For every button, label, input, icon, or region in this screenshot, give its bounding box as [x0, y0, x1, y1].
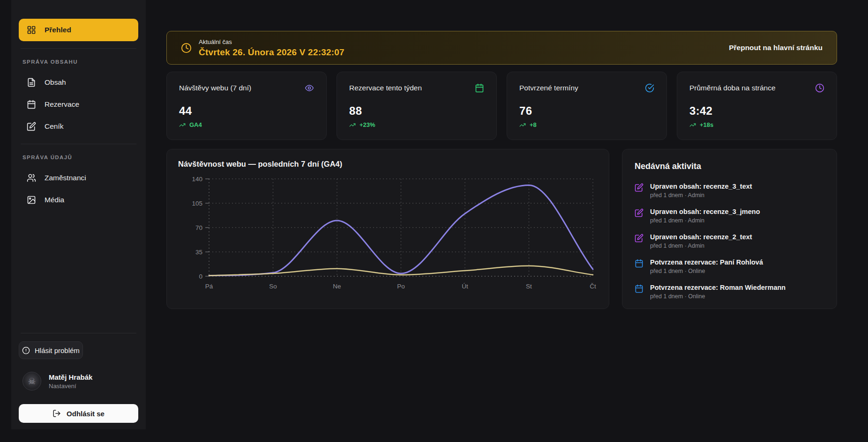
stat-label: Rezervace tento týden: [349, 84, 422, 92]
sidebar-nav: PřehledSPRÁVA OBSAHUObsahRezervaceCeníkS…: [19, 19, 138, 212]
svg-text:0: 0: [199, 273, 202, 280]
stat-trend-label: +23%: [359, 121, 375, 128]
stat-cards-row: Návštěvy webu (7 dní)44GA4Rezervace tent…: [166, 72, 837, 140]
logout-icon: [52, 409, 61, 418]
sidebar-item-label: Přehled: [45, 26, 71, 34]
svg-text:Čt: Čt: [590, 283, 596, 290]
chart-title: Návštěvnost webu — posledních 7 dní (GA4…: [178, 160, 598, 169]
edit-icon: [635, 234, 644, 243]
image-icon: [27, 195, 36, 205]
svg-text:70: 70: [195, 224, 202, 231]
avatar[interactable]: ☠: [22, 372, 41, 390]
trending-up-icon: [179, 122, 186, 128]
trending-up-icon: [519, 122, 526, 128]
edit-icon: [635, 183, 644, 192]
alert-circle-icon: [22, 346, 30, 354]
user-row: ☠ Matěj Hrabák Nastavení: [19, 372, 138, 390]
sidebar-item-label: Ceník: [45, 122, 64, 131]
visits-line-chart: 03570105140PáSoNePoÚtStČt: [178, 177, 599, 296]
current-time-banner: Aktuální čas Čtvrtek 26. Února 2026 V 22…: [166, 31, 837, 65]
sidebar-item-rezervace[interactable]: Rezervace: [19, 94, 138, 115]
svg-text:140: 140: [192, 177, 202, 183]
sidebar-item-cenik[interactable]: Ceník: [19, 116, 138, 137]
divider: [21, 48, 136, 49]
sidebar-bottom: Hlásit problém ☠ Matěj Hrabák Nastavení …: [19, 326, 138, 423]
sidebar-item-label: Média: [45, 196, 64, 204]
dashboard-icon: [27, 25, 36, 35]
activity-item-title: Upraven obsah: recenze_3_jmeno: [650, 208, 760, 215]
activity-item: Upraven obsah: recenze_3_textpřed 1 dnem…: [635, 183, 824, 199]
calendar-icon: [27, 100, 36, 109]
trending-up-icon: [689, 122, 696, 128]
user-settings-link[interactable]: Nastavení: [49, 383, 92, 390]
activity-item-title: Upraven obsah: recenze_2_text: [650, 233, 752, 241]
activity-item-meta: před 1 dnem · Admin: [650, 192, 752, 199]
stat-card-2: Potvrzené termíny76+8: [507, 72, 667, 140]
svg-text:35: 35: [195, 249, 202, 256]
stat-trend-label: +18s: [700, 121, 713, 128]
svg-text:St: St: [526, 283, 532, 290]
sidebar-item-obsah[interactable]: Obsah: [19, 72, 138, 93]
stat-card-0: Návštěvy webu (7 dní)44GA4: [166, 72, 327, 140]
stat-label: Potvrzené termíny: [519, 84, 578, 92]
switch-to-main-site-link[interactable]: Přepnout na hlavní stránku: [729, 44, 823, 52]
sidebar-item-label: Zaměstnanci: [45, 174, 86, 182]
activity-list: Upraven obsah: recenze_3_textpřed 1 dnem…: [635, 183, 824, 300]
sidebar-item-prehled[interactable]: Přehled: [19, 19, 138, 41]
stat-trend-label: GA4: [189, 121, 202, 128]
activity-item-title: Potvrzena rezervace: Roman Wiedermann: [650, 284, 786, 291]
stat-label: Návštěvy webu (7 dní): [179, 84, 251, 92]
chart-area: 03570105140PáSoNePoÚtStČt: [178, 177, 598, 298]
logout-button[interactable]: Odhlásit se: [19, 404, 138, 423]
svg-text:Pá: Pá: [205, 283, 213, 290]
banner-label: Aktuální čas: [199, 38, 344, 45]
activity-item: Upraven obsah: recenze_2_textpřed 1 dnem…: [635, 233, 824, 249]
sidebar-item-zamestnanci[interactable]: Zaměstnanci: [19, 168, 138, 188]
sidebar-section-title: SPRÁVA OBSAHU: [22, 59, 135, 65]
activity-item: Potvrzena rezervace: Paní Rohlovápřed 1 …: [635, 258, 824, 274]
stat-card-1: Rezervace tento týden88+23%: [337, 72, 497, 140]
sidebar: PřehledSPRÁVA OBSAHUObsahRezervaceCeníkS…: [11, 0, 146, 429]
user-name: Matěj Hrabák: [49, 373, 92, 381]
edit-icon: [635, 208, 644, 217]
activity-item-title: Potvrzena rezervace: Paní Rohlová: [650, 258, 763, 266]
svg-text:Po: Po: [397, 283, 405, 290]
sidebar-item-label: Obsah: [45, 78, 66, 87]
stat-card-3: Průměrná doba na stránce3:42+18s: [677, 72, 837, 140]
stat-trend-label: +8: [530, 121, 537, 128]
recent-activity-card: Nedávná aktivita Upraven obsah: recenze_…: [622, 149, 837, 309]
sidebar-item-media[interactable]: Média: [19, 190, 138, 210]
stat-trend: GA4: [179, 121, 314, 128]
bottom-row: Návštěvnost webu — posledních 7 dní (GA4…: [166, 149, 837, 309]
svg-text:So: So: [269, 283, 277, 290]
stat-value: 3:42: [689, 104, 824, 118]
clock-icon: [181, 43, 192, 53]
svg-text:Ne: Ne: [333, 283, 341, 290]
admin-dashboard: { "theme": { "accent": "#f0b41b", "green…: [0, 0, 868, 442]
calendar-icon: [635, 284, 644, 293]
stat-label: Průměrná doba na stránce: [689, 84, 776, 92]
stat-value: 76: [519, 104, 654, 118]
activity-item-meta: před 1 dnem · Online: [650, 268, 763, 274]
sidebar-section-title: SPRÁVA ÚDAJŮ: [22, 155, 135, 160]
report-problem-button[interactable]: Hlásit problém: [19, 341, 83, 359]
visits-chart-card: Návštěvnost webu — posledních 7 dní (GA4…: [166, 149, 609, 309]
recent-activity-title: Nedávná aktivita: [635, 162, 824, 171]
report-problem-label: Hlásit problém: [35, 346, 80, 354]
file-icon: [27, 78, 36, 87]
calendar-icon: [475, 83, 484, 93]
trending-up-icon: [349, 122, 356, 128]
check-circle-icon: [645, 83, 654, 93]
logout-label: Odhlásit se: [67, 410, 105, 418]
activity-item: Potvrzena rezervace: Roman Wiedermannpře…: [635, 284, 824, 300]
activity-item: Upraven obsah: recenze_3_jmenopřed 1 dne…: [635, 208, 824, 224]
skull-icon: ☠: [28, 377, 36, 386]
edit-icon: [27, 122, 36, 131]
divider: [21, 333, 136, 333]
eye-icon: [305, 83, 314, 93]
users-icon: [27, 173, 36, 183]
activity-item-title: Upraven obsah: recenze_3_text: [650, 183, 752, 190]
calendar-icon: [635, 259, 644, 268]
svg-text:105: 105: [192, 200, 202, 207]
clock-icon: [815, 83, 824, 93]
